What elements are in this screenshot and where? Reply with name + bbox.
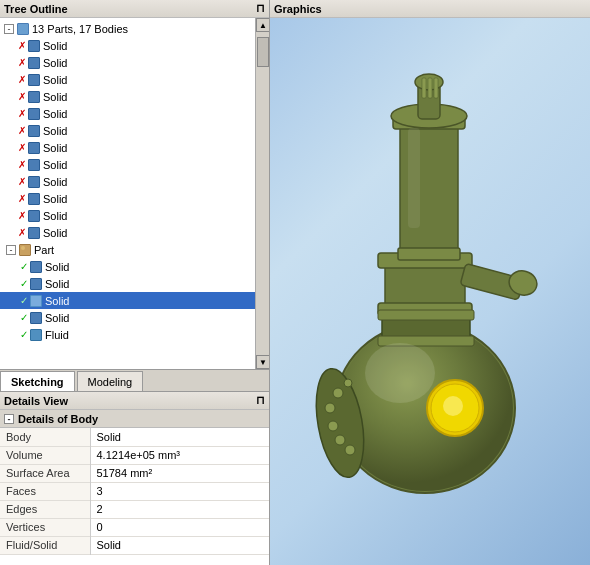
details-key-volume: Volume <box>0 446 90 464</box>
details-key-edges: Edges <box>0 500 90 518</box>
scroll-up-btn[interactable]: ▲ <box>256 18 269 32</box>
details-group-label: Details of Body <box>18 413 98 425</box>
scroll-thumb[interactable] <box>257 37 269 67</box>
tree-item-solid-7[interactable]: ✗ Solid <box>0 139 255 156</box>
x-mark-9: ✗ <box>18 176 26 187</box>
tab-modeling-label: Modeling <box>88 376 133 388</box>
solid-icon-9 <box>27 175 41 189</box>
solid-icon-10 <box>27 192 41 206</box>
details-pin-icon: ⊓ <box>256 394 265 407</box>
solid-label-8: Solid <box>43 159 67 171</box>
solid-icon-4 <box>27 90 41 104</box>
x-mark-7: ✗ <box>18 142 26 153</box>
details-row-surface: Surface Area 51784 mm² <box>0 464 269 482</box>
3d-model-svg <box>270 18 590 565</box>
graphics-viewport[interactable] <box>270 18 590 565</box>
tree-with-scroll: - 13 Parts, 17 Bodies ✗ Solid ✗ <box>0 18 269 369</box>
part-solid-label-3: Solid <box>45 295 69 307</box>
x-mark-4: ✗ <box>18 91 26 102</box>
tree-item-solid-9[interactable]: ✗ Solid <box>0 173 255 190</box>
tree-item-solid-3[interactable]: ✗ Solid <box>0 71 255 88</box>
details-key-surface: Surface Area <box>0 464 90 482</box>
details-value-volume: 4.1214e+05 mm³ <box>90 446 269 464</box>
solid-icon-2 <box>27 56 41 70</box>
part-solid-label-2: Solid <box>45 278 69 290</box>
check-4: ✓ <box>20 312 28 323</box>
details-key-faces: Faces <box>0 482 90 500</box>
svg-rect-17 <box>398 248 460 260</box>
tree-scrollbar[interactable]: ▲ ▼ <box>255 18 269 369</box>
solid-label-2: Solid <box>43 57 67 69</box>
details-row-vertices: Vertices 0 <box>0 518 269 536</box>
tree-item-part-fluid[interactable]: ✓ Fluid <box>0 326 255 343</box>
tree-item-solid-11[interactable]: ✗ Solid <box>0 207 255 224</box>
tree-item-solid-10[interactable]: ✗ Solid <box>0 190 255 207</box>
x-mark-12: ✗ <box>18 227 26 238</box>
details-row-volume: Volume 4.1214e+05 mm³ <box>0 446 269 464</box>
details-value-body: Solid <box>90 428 269 446</box>
solid-icon-8 <box>27 158 41 172</box>
solid-label-3: Solid <box>43 74 67 86</box>
solid-label-9: Solid <box>43 176 67 188</box>
svg-point-5 <box>328 421 338 431</box>
tab-sketching-label: Sketching <box>11 376 64 388</box>
solid-label-1: Solid <box>43 40 67 52</box>
details-group-header[interactable]: - Details of Body <box>0 410 269 428</box>
check-2: ✓ <box>20 278 28 289</box>
scroll-down-btn[interactable]: ▼ <box>256 355 269 369</box>
part-solid-icon-3 <box>29 294 43 308</box>
tree-item-part-solid-4[interactable]: ✓ Solid <box>0 309 255 326</box>
left-panel: Tree Outline ⊓ - 13 Parts, 17 Bodies ✗ <box>0 0 270 565</box>
solid-label-10: Solid <box>43 193 67 205</box>
part-expand-btn[interactable]: - <box>6 245 16 255</box>
root-expand-btn[interactable]: - <box>4 24 14 34</box>
details-row-edges: Edges 2 <box>0 500 269 518</box>
svg-rect-22 <box>428 78 432 98</box>
group-collapse-btn[interactable]: - <box>4 414 14 424</box>
svg-point-1 <box>337 325 513 491</box>
part-solid-icon-1 <box>29 260 43 274</box>
tree-item-part-solid-2[interactable]: ✓ Solid <box>0 275 255 292</box>
details-row-fluidsolid: Fluid/Solid Solid <box>0 536 269 554</box>
solid-icon-11 <box>27 209 41 223</box>
details-section: Details View ⊓ - Details of Body Body So… <box>0 392 269 565</box>
svg-rect-23 <box>434 78 438 98</box>
tree-item-solid-1[interactable]: ✗ Solid <box>0 37 255 54</box>
x-mark-5: ✗ <box>18 108 26 119</box>
tree-item-solid-4[interactable]: ✗ Solid <box>0 88 255 105</box>
svg-rect-21 <box>422 78 426 98</box>
x-mark-1: ✗ <box>18 40 26 51</box>
x-mark-11: ✗ <box>18 210 26 221</box>
tree-item-solid-12[interactable]: ✗ Solid <box>0 224 255 241</box>
tree-item-part[interactable]: - Part <box>0 241 255 258</box>
part-icon <box>18 243 32 257</box>
svg-point-8 <box>344 379 352 387</box>
x-mark-8: ✗ <box>18 159 26 170</box>
svg-rect-27 <box>378 310 474 320</box>
tree-item-solid-8[interactable]: ✗ Solid <box>0 156 255 173</box>
solid-icon-12 <box>27 226 41 240</box>
tree-item-solid-2[interactable]: ✗ Solid <box>0 54 255 71</box>
graphics-panel: Graphics <box>270 0 590 565</box>
svg-point-3 <box>333 388 343 398</box>
details-key-body: Body <box>0 428 90 446</box>
x-mark-3: ✗ <box>18 74 26 85</box>
solid-label-5: Solid <box>43 108 67 120</box>
details-row-body: Body Solid <box>0 428 269 446</box>
tab-modeling[interactable]: Modeling <box>77 371 144 391</box>
svg-point-7 <box>345 445 355 455</box>
solid-icon-5 <box>27 107 41 121</box>
x-mark-6: ✗ <box>18 125 26 136</box>
tree-item-part-solid-3[interactable]: ✓ Solid <box>0 292 255 309</box>
solid-icon-6 <box>27 124 41 138</box>
details-header: Details View ⊓ <box>0 392 269 410</box>
tree-root[interactable]: - 13 Parts, 17 Bodies <box>0 20 255 37</box>
tree-item-solid-5[interactable]: ✗ Solid <box>0 105 255 122</box>
tree-outline-header: Tree Outline ⊓ <box>0 0 269 18</box>
details-value-faces: 3 <box>90 482 269 500</box>
details-value-surface: 51784 mm² <box>90 464 269 482</box>
tab-sketching[interactable]: Sketching <box>0 371 75 391</box>
tabs-bar: Sketching Modeling <box>0 370 269 392</box>
tree-item-solid-6[interactable]: ✗ Solid <box>0 122 255 139</box>
tree-item-part-solid-1[interactable]: ✓ Solid <box>0 258 255 275</box>
